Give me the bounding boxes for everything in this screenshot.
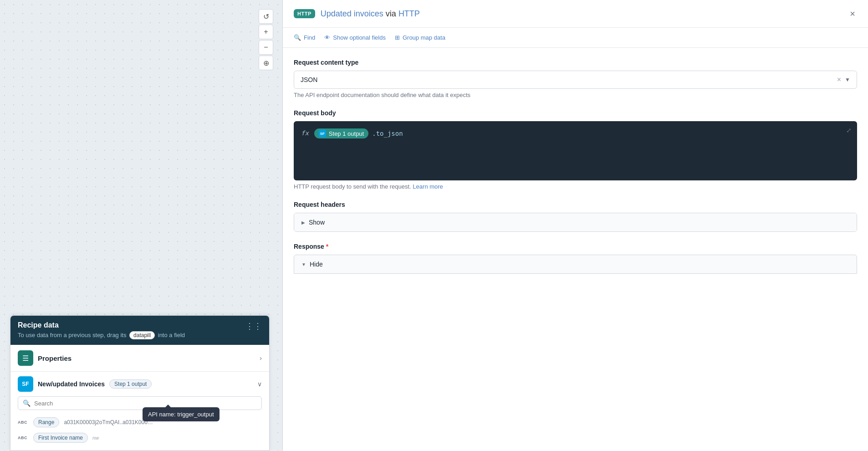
request-headers-section: Request headers ▶ Show <box>294 201 857 232</box>
right-panel: HTTP Updated invoices via HTTP × 🔍 Find … <box>282 0 868 451</box>
request-headers-label: Request headers <box>294 201 857 208</box>
panel-title-link[interactable]: Updated invoices <box>321 9 383 18</box>
panel-content: Request content type JSON × ▼ The API en… <box>283 48 868 296</box>
request-body-section: Request body fx SF Step 1 output .to_jso… <box>294 109 857 190</box>
invoice-name-pill[interactable]: First Invoice name <box>33 433 88 443</box>
zoom-in-button[interactable]: + <box>259 25 273 39</box>
request-content-type-section: Request content type JSON × ▼ The API en… <box>294 59 857 98</box>
canvas-area: ↺ + − ⊕ Recipe data To use data from a p… <box>0 0 282 451</box>
properties-chevron-icon: › <box>260 354 262 362</box>
response-label: Response * <box>294 243 857 250</box>
editor-hint: HTTP request body to send with the reque… <box>294 183 857 190</box>
code-content: SF Step 1 output .to_json <box>314 128 403 138</box>
response-section: Response * ▼ Hide <box>294 243 857 274</box>
invoices-title: New/updated Invoices <box>38 380 105 388</box>
recipe-header-text: Recipe data To use data from a previous … <box>18 321 185 339</box>
response-header[interactable]: ▼ Hide <box>294 255 857 274</box>
group-icon: ⊞ <box>395 34 400 41</box>
recipe-panel: Recipe data To use data from a previous … <box>10 315 270 451</box>
panel-title: Updated invoices via HTTP <box>321 9 420 19</box>
content-type-display[interactable]: JSON × ▼ <box>294 71 857 88</box>
invoices-chevron-icon[interactable]: ∨ <box>257 380 262 388</box>
panel-via-text: via <box>386 9 396 18</box>
panel-toolbar: 🔍 Find 👁 Show optional fields ⊞ Group ma… <box>283 28 868 48</box>
eye-icon: 👁 <box>324 34 330 41</box>
properties-left: ☰ Properties <box>18 350 71 366</box>
properties-section[interactable]: ☰ Properties › <box>10 345 269 372</box>
content-type-hint: The API endpoint documentation should de… <box>294 92 857 98</box>
fx-label: fx <box>301 129 309 137</box>
find-button[interactable]: 🔍 Find <box>294 32 315 43</box>
group-map-label: Group map data <box>403 34 445 41</box>
recipe-panel-description: To use data from a previous step, drag i… <box>18 331 185 339</box>
properties-label: Properties <box>38 354 71 362</box>
panel-title-protocol[interactable]: HTTP <box>398 9 420 18</box>
select-clear-icon[interactable]: × <box>837 76 841 84</box>
request-headers-collapsible: ▶ Show <box>294 213 857 232</box>
step-pill-label: Step 1 output <box>329 130 364 137</box>
recipe-panel-title: Recipe data <box>18 321 185 329</box>
tooltip-text: API name: trigger_output <box>148 411 214 418</box>
request-headers-toggle[interactable]: ▶ Show <box>294 213 857 231</box>
zoom-reset-button[interactable]: ↺ <box>259 9 273 24</box>
invoices-header: SF New/updated Invoices Step 1 output ∨ <box>18 376 262 392</box>
close-button[interactable]: × <box>848 7 857 20</box>
step-pill[interactable]: SF Step 1 output <box>314 128 368 138</box>
find-icon: 🔍 <box>294 34 301 41</box>
search-box[interactable]: 🔍 <box>18 396 262 410</box>
select-arrow-icon[interactable]: ▼ <box>845 77 850 83</box>
http-badge: HTTP <box>294 9 315 18</box>
group-map-button[interactable]: ⊞ Group map data <box>395 32 445 43</box>
properties-icon: ☰ <box>18 350 33 366</box>
invoice-name-null: nw <box>92 435 99 441</box>
type-badge-abc-2: ABC <box>18 436 29 440</box>
zoom-out-button[interactable]: − <box>259 40 273 55</box>
code-editor[interactable]: fx SF Step 1 output .to_json ⤢ <box>294 121 857 180</box>
show-optional-button[interactable]: 👁 Show optional fields <box>324 32 386 43</box>
data-item-range: ABC Range a031K00003j2oTmQAI..a031K00003… <box>18 415 262 430</box>
search-icon: 🔍 <box>23 400 31 407</box>
range-value: a031K00003j2oTmQAI..a031K00003j2oTmQAI <box>64 419 155 425</box>
zoom-controls: ↺ + − ⊕ <box>259 9 273 70</box>
response-hide-label: Hide <box>310 261 323 268</box>
drag-handle-icon[interactable]: ⋮⋮ <box>245 321 262 331</box>
expand-icon[interactable]: ⤢ <box>846 127 852 134</box>
learn-more-link[interactable]: Learn more <box>413 183 443 190</box>
editor-hint-text: HTTP request body to send with the reque… <box>294 183 411 190</box>
step-output-badge[interactable]: Step 1 output <box>109 379 152 389</box>
invoices-section: SF New/updated Invoices Step 1 output ∨ … <box>10 372 269 451</box>
response-triangle-icon: ▼ <box>301 262 306 267</box>
request-headers-show-label: Show <box>309 219 325 226</box>
range-pill[interactable]: Range <box>33 417 59 427</box>
request-body-label: Request body <box>294 109 857 117</box>
find-label: Find <box>304 34 315 41</box>
request-content-type-label: Request content type <box>294 59 857 66</box>
step-pill-sf-icon: SF <box>319 130 326 137</box>
salesforce-icon: SF <box>18 376 33 392</box>
data-item-invoice-name: ABC First Invoice name nw <box>18 430 262 446</box>
content-type-select[interactable]: JSON × ▼ <box>294 71 857 89</box>
search-input[interactable] <box>34 400 257 407</box>
recipe-panel-header: Recipe data To use data from a previous … <box>10 316 269 345</box>
type-badge-abc-1: ABC <box>18 420 29 425</box>
content-type-value: JSON <box>301 76 317 83</box>
code-method: .to_json <box>372 130 403 137</box>
select-actions: × ▼ <box>837 76 850 84</box>
datapill-label: datapill <box>129 331 155 339</box>
collapse-triangle-icon: ▶ <box>301 220 305 225</box>
zoom-move-button[interactable]: ⊕ <box>259 56 273 70</box>
tooltip-box: API name: trigger_output <box>143 407 220 421</box>
panel-header: HTTP Updated invoices via HTTP × <box>283 0 868 28</box>
show-optional-label: Show optional fields <box>333 34 386 41</box>
required-star: * <box>324 243 328 250</box>
